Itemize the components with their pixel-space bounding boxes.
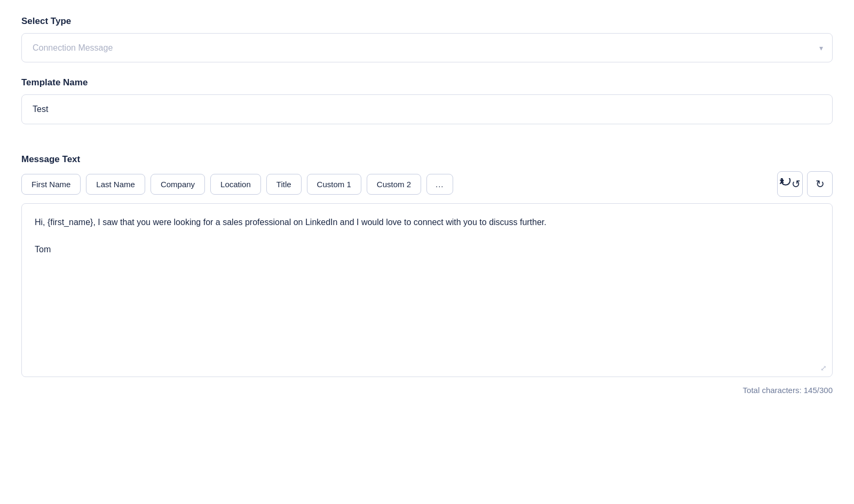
message-textarea[interactable]: Hi, {first_name}, I saw that you were lo… <box>22 204 832 374</box>
select-type-wrapper: Connection Message Connection Message Fo… <box>21 33 833 62</box>
select-type-dropdown[interactable]: Connection Message Connection Message Fo… <box>21 33 833 62</box>
tag-last-name-button[interactable]: Last Name <box>86 174 145 195</box>
char-count: Total characters: 145/300 <box>21 383 833 395</box>
undo-icon <box>780 178 792 190</box>
tag-title-button[interactable]: Title <box>266 174 302 195</box>
template-name-label: Template Name <box>21 77 833 88</box>
message-text-section: Message Text <box>21 154 833 165</box>
template-name-input[interactable] <box>21 94 833 124</box>
message-text-label: Message Text <box>21 154 833 165</box>
tag-first-name-button[interactable]: First Name <box>21 174 81 195</box>
tag-location-button[interactable]: Location <box>210 174 261 195</box>
tag-custom1-button[interactable]: Custom 1 <box>307 174 361 195</box>
template-name-section: Template Name <box>21 77 833 139</box>
redo-button[interactable]: ↻ <box>807 171 833 197</box>
tag-more-button[interactable]: ... <box>426 174 453 195</box>
undo-redo-group: ↺ ↻ <box>777 171 833 197</box>
tag-custom2-button[interactable]: Custom 2 <box>367 174 421 195</box>
undo-button[interactable]: ↺ <box>777 171 803 197</box>
tag-company-button[interactable]: Company <box>151 174 205 195</box>
tag-buttons-row: First Name Last Name Company Location Ti… <box>21 171 833 197</box>
select-type-label: Select Type <box>21 16 833 27</box>
message-textarea-wrapper: Hi, {first_name}, I saw that you were lo… <box>21 203 833 377</box>
